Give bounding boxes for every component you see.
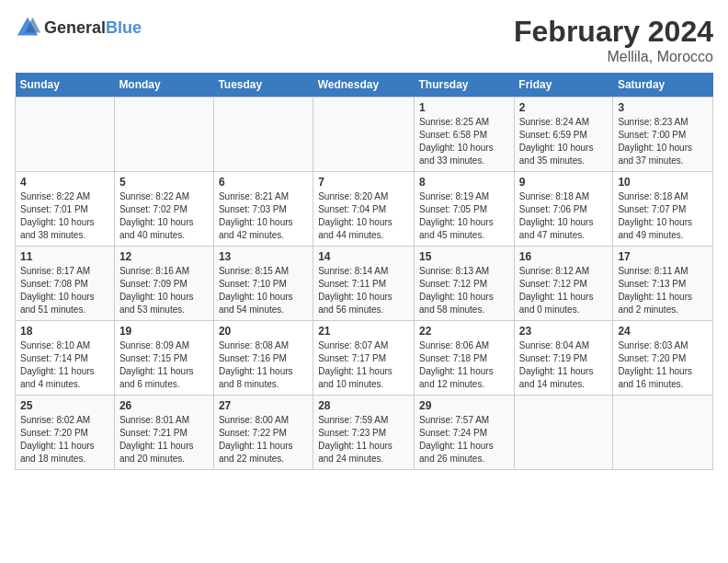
weekday-header-cell: Wednesday [313,73,415,98]
calendar-cell: 27Sunrise: 8:00 AM Sunset: 7:22 PM Dayli… [213,396,313,470]
day-number: 6 [219,176,308,189]
calendar-cell: 18Sunrise: 8:10 AM Sunset: 7:14 PM Dayli… [16,321,115,396]
calendar-cell: 13Sunrise: 8:15 AM Sunset: 7:10 PM Dayli… [213,247,313,321]
calendar-cell: 15Sunrise: 8:13 AM Sunset: 7:12 PM Dayli… [415,247,515,321]
day-info: Sunrise: 8:19 AM Sunset: 7:05 PM Dayligh… [419,190,509,242]
day-info: Sunrise: 8:02 AM Sunset: 7:20 PM Dayligh… [20,414,109,465]
calendar-week-row: 25Sunrise: 8:02 AM Sunset: 7:20 PM Dayli… [16,396,713,470]
day-number: 5 [119,176,209,189]
title-block: February 2024 Mellila, Morocco [514,15,713,65]
weekday-header-cell: Tuesday [213,73,313,98]
day-number: 11 [20,250,109,263]
day-info: Sunrise: 8:07 AM Sunset: 7:17 PM Dayligh… [318,339,409,391]
calendar-cell [514,396,613,470]
calendar-cell: 11Sunrise: 8:17 AM Sunset: 7:08 PM Dayli… [16,247,115,321]
day-info: Sunrise: 8:25 AM Sunset: 6:58 PM Dayligh… [419,116,509,167]
day-info: Sunrise: 8:12 AM Sunset: 7:12 PM Dayligh… [519,265,609,316]
weekday-header-cell: Saturday [613,73,713,98]
calendar-cell: 28Sunrise: 7:59 AM Sunset: 7:23 PM Dayli… [313,396,415,470]
calendar-cell: 3Sunrise: 8:23 AM Sunset: 7:00 PM Daylig… [613,98,713,172]
day-info: Sunrise: 8:20 AM Sunset: 7:04 PM Dayligh… [318,190,409,242]
calendar-cell: 26Sunrise: 8:01 AM Sunset: 7:21 PM Dayli… [114,396,213,470]
logo: GeneralBlue [15,15,142,40]
day-info: Sunrise: 8:01 AM Sunset: 7:21 PM Dayligh… [119,414,209,465]
day-number: 10 [618,176,708,189]
day-number: 23 [519,325,609,338]
calendar-cell [213,98,313,172]
day-number: 2 [519,101,609,114]
day-number: 16 [519,250,609,263]
day-info: Sunrise: 8:03 AM Sunset: 7:20 PM Dayligh… [618,339,708,391]
day-number: 8 [419,176,509,189]
day-info: Sunrise: 8:18 AM Sunset: 7:06 PM Dayligh… [519,190,609,242]
calendar-table: SundayMondayTuesdayWednesdayThursdayFrid… [15,73,713,470]
calendar-cell: 29Sunrise: 7:57 AM Sunset: 7:24 PM Dayli… [415,396,515,470]
day-number: 4 [20,176,109,189]
day-number: 20 [219,325,308,338]
page-header: GeneralBlue February 2024 Mellila, Moroc… [15,15,713,65]
day-info: Sunrise: 8:23 AM Sunset: 7:00 PM Dayligh… [618,116,708,167]
day-number: 19 [119,325,209,338]
calendar-cell [114,98,213,172]
day-info: Sunrise: 8:22 AM Sunset: 7:01 PM Dayligh… [20,190,109,242]
day-info: Sunrise: 8:14 AM Sunset: 7:11 PM Dayligh… [318,265,409,316]
calendar-cell: 5Sunrise: 8:22 AM Sunset: 7:02 PM Daylig… [114,172,213,247]
day-number: 24 [618,325,708,338]
day-number: 25 [20,399,109,412]
day-info: Sunrise: 8:21 AM Sunset: 7:03 PM Dayligh… [219,190,308,242]
day-info: Sunrise: 8:09 AM Sunset: 7:15 PM Dayligh… [119,339,209,391]
weekday-header-cell: Sunday [16,73,115,98]
calendar-cell: 2Sunrise: 8:24 AM Sunset: 6:59 PM Daylig… [514,98,613,172]
day-number: 13 [219,250,308,263]
calendar-cell: 10Sunrise: 8:18 AM Sunset: 7:07 PM Dayli… [613,172,713,247]
logo-blue: Blue [106,18,142,37]
day-number: 9 [519,176,609,189]
day-number: 27 [219,399,308,412]
calendar-cell: 21Sunrise: 8:07 AM Sunset: 7:17 PM Dayli… [313,321,415,396]
calendar-cell: 8Sunrise: 8:19 AM Sunset: 7:05 PM Daylig… [415,172,515,247]
day-number: 7 [318,176,409,189]
logo-general: General [44,18,106,37]
calendar-cell: 20Sunrise: 8:08 AM Sunset: 7:16 PM Dayli… [213,321,313,396]
calendar-cell: 14Sunrise: 8:14 AM Sunset: 7:11 PM Dayli… [313,247,415,321]
weekday-header-cell: Monday [114,73,213,98]
weekday-header-cell: Thursday [415,73,515,98]
day-info: Sunrise: 7:57 AM Sunset: 7:24 PM Dayligh… [419,414,509,465]
day-number: 3 [618,101,708,114]
day-info: Sunrise: 7:59 AM Sunset: 7:23 PM Dayligh… [318,414,409,465]
weekday-header-row: SundayMondayTuesdayWednesdayThursdayFrid… [16,73,713,98]
calendar-cell: 23Sunrise: 8:04 AM Sunset: 7:19 PM Dayli… [514,321,613,396]
calendar-cell: 9Sunrise: 8:18 AM Sunset: 7:06 PM Daylig… [514,172,613,247]
day-info: Sunrise: 8:18 AM Sunset: 7:07 PM Dayligh… [618,190,708,242]
weekday-header-cell: Friday [514,73,613,98]
calendar-week-row: 11Sunrise: 8:17 AM Sunset: 7:08 PM Dayli… [16,247,713,321]
calendar-week-row: 18Sunrise: 8:10 AM Sunset: 7:14 PM Dayli… [16,321,713,396]
day-info: Sunrise: 8:24 AM Sunset: 6:59 PM Dayligh… [519,116,609,167]
calendar-cell: 12Sunrise: 8:16 AM Sunset: 7:09 PM Dayli… [114,247,213,321]
calendar-cell: 25Sunrise: 8:02 AM Sunset: 7:20 PM Dayli… [16,396,115,470]
day-info: Sunrise: 8:10 AM Sunset: 7:14 PM Dayligh… [20,339,109,391]
day-number: 12 [119,250,209,263]
calendar-cell: 1Sunrise: 8:25 AM Sunset: 6:58 PM Daylig… [415,98,515,172]
day-info: Sunrise: 8:08 AM Sunset: 7:16 PM Dayligh… [219,339,308,391]
calendar-cell: 24Sunrise: 8:03 AM Sunset: 7:20 PM Dayli… [613,321,713,396]
calendar-cell [613,396,713,470]
day-info: Sunrise: 8:06 AM Sunset: 7:18 PM Dayligh… [419,339,509,391]
day-info: Sunrise: 8:13 AM Sunset: 7:12 PM Dayligh… [419,265,509,316]
day-number: 26 [119,399,209,412]
day-info: Sunrise: 8:15 AM Sunset: 7:10 PM Dayligh… [219,265,308,316]
day-info: Sunrise: 8:22 AM Sunset: 7:02 PM Dayligh… [119,190,209,242]
page-title: February 2024 [514,15,713,49]
day-info: Sunrise: 8:00 AM Sunset: 7:22 PM Dayligh… [219,414,308,465]
calendar-cell: 6Sunrise: 8:21 AM Sunset: 7:03 PM Daylig… [213,172,313,247]
calendar-cell: 19Sunrise: 8:09 AM Sunset: 7:15 PM Dayli… [114,321,213,396]
calendar-cell: 7Sunrise: 8:20 AM Sunset: 7:04 PM Daylig… [313,172,415,247]
calendar-week-row: 4Sunrise: 8:22 AM Sunset: 7:01 PM Daylig… [16,172,713,247]
day-number: 14 [318,250,409,263]
day-number: 15 [419,250,509,263]
calendar-cell: 16Sunrise: 8:12 AM Sunset: 7:12 PM Dayli… [514,247,613,321]
page-subtitle: Mellila, Morocco [514,49,713,65]
day-number: 18 [20,325,109,338]
day-info: Sunrise: 8:11 AM Sunset: 7:13 PM Dayligh… [618,265,708,316]
calendar-week-row: 1Sunrise: 8:25 AM Sunset: 6:58 PM Daylig… [16,98,713,172]
